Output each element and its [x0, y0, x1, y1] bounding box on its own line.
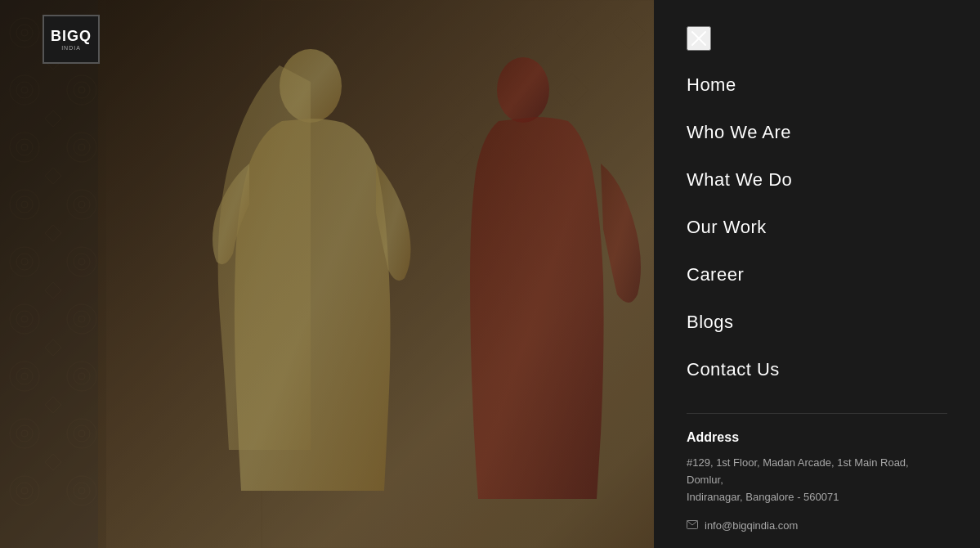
dark-overlay — [0, 0, 654, 548]
email-row: info@bigqindia.com — [687, 519, 947, 532]
logo-text: BIGQ — [51, 29, 92, 43]
address-line1: #129, 1st Floor, Madan Arcade, 1st Main … — [687, 456, 909, 486]
close-icon — [691, 30, 707, 47]
address-text: #129, 1st Floor, Madan Arcade, 1st Main … — [687, 455, 947, 505]
email-icon — [687, 519, 698, 532]
nav-item-home[interactable]: Home — [687, 61, 947, 109]
logo-subtitle: INDIA — [51, 45, 92, 51]
address-label: Address — [687, 430, 947, 445]
nav-item-contact-us[interactable]: Contact Us — [687, 346, 947, 393]
nav-item-what-we-do[interactable]: What We Do — [687, 156, 947, 204]
address-line2: Indiranagar, Bangalore - 560071 — [687, 491, 839, 503]
nav-item-blogs[interactable]: Blogs — [687, 299, 947, 346]
address-section: Address #129, 1st Floor, Madan Arcade, 1… — [687, 413, 947, 548]
hero-image — [0, 0, 654, 548]
nav-item-career[interactable]: Career — [687, 251, 947, 299]
nav-item-our-work[interactable]: Our Work — [687, 204, 947, 251]
nav-menu: Home Who We Are What We Do Our Work Care… — [687, 61, 947, 393]
nav-panel: Home Who We Are What We Do Our Work Care… — [654, 0, 980, 548]
logo[interactable]: BIGQ INDIA — [43, 15, 100, 64]
email-link[interactable]: info@bigqindia.com — [705, 519, 798, 532]
close-button[interactable] — [687, 26, 711, 51]
nav-item-who-we-are[interactable]: Who We Are — [687, 109, 947, 156]
